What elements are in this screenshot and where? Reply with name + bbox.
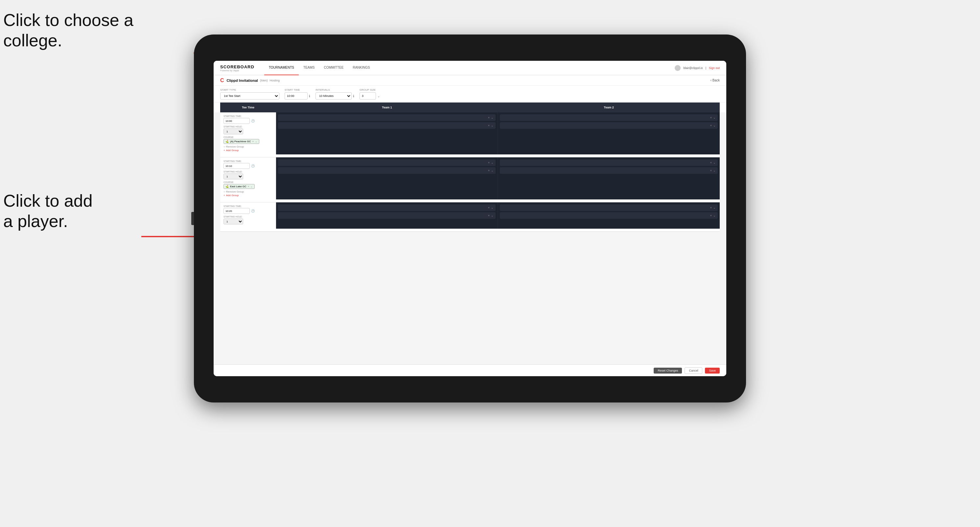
hosting-label: Hosting — [269, 79, 280, 82]
save-button[interactable]: Save — [705, 368, 720, 373]
player-x-3-2[interactable]: × — [488, 214, 490, 217]
course-icon-1: ⛳ — [226, 140, 229, 143]
player-row-t2-2-2[interactable]: × ⌄ — [500, 167, 718, 174]
tee-time-row-3: STARTING TIME: 🕐 STARTING HOLE: 1 — [220, 202, 720, 232]
group-size-group: Group Size ⌄ — [360, 88, 380, 100]
start-type-label: Start Type — [220, 88, 279, 91]
tablet-side-button[interactable] — [191, 212, 194, 225]
player-row-t2-1-2[interactable]: × ⌄ — [500, 122, 718, 129]
player-chevron-3-2[interactable]: ⌄ — [491, 214, 494, 217]
tablet-screen: SCOREBOARD Powered by clippd TOURNAMENTS… — [214, 61, 726, 376]
ann1-line1: Click to choose a — [3, 11, 134, 30]
back-button[interactable]: ‹ Back — [711, 79, 720, 82]
nav-bar: SCOREBOARD Powered by clippd TOURNAMENTS… — [214, 61, 726, 75]
player-chevron-1-2[interactable]: ⌄ — [491, 124, 494, 127]
player-t2-chevron-3-1[interactable]: ⌄ — [713, 206, 716, 209]
player-row-2-1[interactable]: × ⌄ — [278, 159, 496, 166]
info-icon: ℹ — [309, 94, 310, 98]
player-x-3-1[interactable]: × — [488, 206, 490, 209]
player-t2-chevron-2-2[interactable]: ⌄ — [713, 169, 716, 172]
course-chevron-2[interactable]: ⌄ — [250, 185, 253, 188]
player-chevron-2-2[interactable]: ⌄ — [491, 169, 494, 172]
course-name-2: East Lake GC — [230, 185, 247, 188]
player-row-t2-1-1[interactable]: × ⌄ — [500, 114, 718, 121]
course-label-2: COURSE: — [223, 181, 272, 183]
clock-icon-1: 🕐 — [251, 119, 255, 122]
start-time-input[interactable] — [285, 92, 308, 100]
player-chevron-1-1[interactable]: ⌄ — [491, 116, 494, 119]
nav-logo: SCOREBOARD Powered by clippd — [220, 64, 255, 71]
logo-sub: Powered by clippd — [220, 69, 255, 71]
player-t2-chevron-3-2[interactable]: ⌄ — [713, 214, 716, 217]
player-t2-chevron-1-2[interactable]: ⌄ — [713, 124, 716, 127]
intervals-select[interactable]: 10 Minutes — [315, 92, 352, 100]
course-close-2[interactable]: × — [248, 185, 250, 188]
player-t2-x-3-1[interactable]: × — [710, 206, 712, 209]
player-row-t2-3-1[interactable]: × ⌄ — [500, 204, 718, 211]
player-t2-x-1-2[interactable]: × — [710, 124, 712, 127]
player-x-2-1[interactable]: × — [488, 161, 490, 164]
add-icon-2: + — [223, 194, 225, 197]
tab-committee[interactable]: COMMITTEE — [319, 61, 348, 75]
team1-panel-1: × ⌄ × ⌄ — [276, 113, 498, 154]
player-row-3-2[interactable]: × ⌄ — [278, 212, 496, 219]
player-t2-chevron-2-1[interactable]: ⌄ — [713, 161, 716, 164]
team2-panel-1: × ⌄ × ⌄ — [498, 113, 720, 154]
course-chevron-1[interactable]: ⌄ — [255, 140, 257, 143]
player-row-1-2[interactable]: × ⌄ — [278, 122, 496, 129]
player-x-1-1[interactable]: × — [488, 116, 490, 119]
tee-time-row-2: STARTING TIME: 🕐 STARTING HOLE: 1 COURSE… — [220, 157, 720, 202]
add-group-2[interactable]: + Add Group — [223, 194, 272, 197]
remove-group-2[interactable]: ○ Remove Group — [223, 190, 272, 193]
group-size-input[interactable] — [360, 92, 376, 100]
left-panel-3: STARTING TIME: 🕐 STARTING HOLE: 1 — [220, 202, 276, 229]
course-tag-2[interactable]: ⛳ East Lake GC × ⌄ — [223, 184, 255, 189]
player-row-t2-2-1[interactable]: × ⌄ — [500, 159, 718, 166]
add-group-1[interactable]: + Add Group — [223, 149, 272, 152]
team2-panel-3: × ⌄ × ⌄ — [498, 202, 720, 229]
start-type-group: Start Type 1st Tee Start — [220, 88, 279, 100]
tab-teams[interactable]: TEAMS — [299, 61, 319, 75]
reset-button[interactable]: Reset Changes — [654, 368, 682, 373]
group-size-label: Group Size — [360, 88, 380, 91]
time-input-3[interactable] — [223, 208, 250, 214]
player-row-t2-3-2[interactable]: × ⌄ — [500, 212, 718, 219]
remove-group-1[interactable]: ○ Remove Group — [223, 145, 272, 148]
player-row-3-1[interactable]: × ⌄ — [278, 204, 496, 211]
col-team2: Team 2 — [498, 105, 720, 110]
player-t2-x-3-2[interactable]: × — [710, 214, 712, 217]
player-t2-x-2-2[interactable]: × — [710, 169, 712, 172]
course-close-1[interactable]: × — [252, 140, 254, 143]
course-name-1: (A) Peachtree GC — [230, 140, 251, 143]
player-x-2-2[interactable]: × — [488, 169, 490, 172]
player-x-1-2[interactable]: × — [488, 124, 490, 127]
cancel-button[interactable]: Cancel — [684, 367, 702, 374]
intervals-group: Intervals 10 Minutes ℹ — [315, 88, 354, 100]
tab-rankings[interactable]: RANKINGS — [348, 61, 374, 75]
player-chevron-2-1[interactable]: ⌄ — [491, 161, 494, 164]
hole-select-3[interactable]: 1 — [223, 219, 243, 224]
hole-select-2[interactable]: 1 — [223, 173, 243, 179]
player-t2-x-1-1[interactable]: × — [710, 116, 712, 119]
info-icon2: ℹ — [353, 94, 354, 98]
player-t2-x-2-1[interactable]: × — [710, 161, 712, 164]
start-type-select[interactable]: 1st Tee Start — [220, 92, 279, 100]
sign-out-link[interactable]: Sign out — [709, 67, 720, 70]
starting-time-label-1: STARTING TIME: — [223, 115, 272, 117]
hole-select-1[interactable]: 1 — [223, 129, 243, 134]
avatar — [675, 65, 681, 71]
tournament-gender: (Men) — [260, 79, 268, 82]
tab-tournaments[interactable]: TOURNAMENTS — [264, 61, 299, 75]
time-input-1[interactable] — [223, 118, 250, 124]
player-chevron-3-1[interactable]: ⌄ — [491, 206, 494, 209]
time-input-2[interactable] — [223, 163, 250, 169]
table-header: Tee Time Team 1 Team 2 — [220, 103, 720, 113]
left-panel-2: STARTING TIME: 🕐 STARTING HOLE: 1 COURSE… — [220, 157, 276, 200]
left-panel-1: STARTING TIME: 🕐 STARTING HOLE: 1 COURSE… — [220, 113, 276, 154]
course-tag-1[interactable]: ⛳ (A) Peachtree GC × ⌄ — [223, 139, 259, 144]
col-tee-time: Tee Time — [220, 105, 276, 110]
player-t2-chevron-1-1[interactable]: ⌄ — [713, 116, 716, 119]
player-row-2-2[interactable]: × ⌄ — [278, 167, 496, 174]
player-row-1-1[interactable]: × ⌄ — [278, 114, 496, 121]
intervals-label: Intervals — [315, 88, 354, 91]
